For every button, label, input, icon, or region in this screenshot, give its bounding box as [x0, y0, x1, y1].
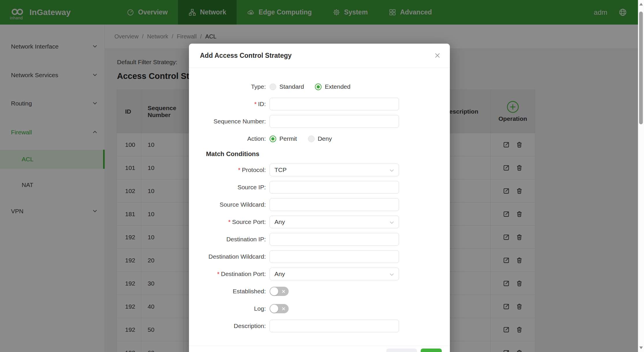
type-label: Type: — [189, 83, 266, 90]
id-row: * ID: — [189, 98, 450, 110]
description-label: Description: — [189, 323, 266, 329]
cancel-button[interactable]: Cancel — [386, 349, 417, 352]
chevron-down-icon — [389, 169, 394, 172]
type-row: Type: Standard Extended — [189, 80, 450, 93]
source-ip-input[interactable] — [270, 181, 399, 194]
action-permit-radio[interactable]: Permit — [270, 135, 297, 142]
action-deny-radio[interactable]: Deny — [308, 135, 332, 142]
established-label: Established: — [189, 288, 266, 295]
source-port-select[interactable]: Any — [270, 216, 399, 228]
established-row: Established: — [189, 285, 450, 298]
required-marker: * — [217, 271, 220, 277]
destination-ip-row: Destination IP: — [189, 233, 450, 246]
destination-ip-input[interactable] — [270, 233, 399, 246]
source-ip-label: Source IP: — [189, 184, 266, 191]
modal-footer: Cancel OK — [189, 346, 450, 352]
scroll-up-arrow[interactable] — [639, 3, 643, 5]
radio-checked-icon — [270, 136, 276, 142]
destination-ip-label: Destination IP: — [189, 236, 266, 243]
modal-header: Add Access Control Strategy — [189, 44, 450, 68]
source-port-label: * Source Port: — [189, 218, 266, 225]
description-row: Description: — [189, 320, 450, 332]
source-wildcard-label: Source Wildcard: — [189, 201, 266, 208]
add-access-control-strategy-modal: Add Access Control Strategy Type: Standa… — [189, 44, 450, 352]
ok-button[interactable]: OK — [421, 349, 442, 352]
source-ip-row: Source IP: — [189, 181, 450, 194]
close-icon[interactable] — [434, 52, 441, 59]
sequence-number-row: Sequence Number: — [189, 115, 450, 128]
action-label: Action: — [189, 135, 266, 142]
sequence-number-label: Sequence Number: — [189, 118, 266, 125]
toggle-knob — [270, 305, 278, 313]
log-toggle[interactable] — [270, 304, 289, 313]
scrollbar-thumb[interactable] — [639, 12, 643, 124]
id-label: * ID: — [189, 101, 266, 108]
destination-port-label: * Destination Port: — [189, 271, 266, 277]
chevron-down-icon — [389, 221, 394, 224]
required-marker: * — [228, 218, 231, 225]
protocol-row: * Protocol: TCP — [189, 164, 450, 176]
destination-port-select[interactable]: Any — [270, 268, 399, 280]
destination-wildcard-label: Destination Wildcard: — [189, 253, 266, 260]
id-input[interactable] — [270, 98, 399, 110]
type-standard-radio[interactable]: Standard — [270, 83, 304, 90]
modal-body: Type: Standard Extended * ID: — [189, 68, 450, 332]
browser-scrollbar — [638, 0, 644, 352]
app-window: inhand InGateway Overview — [0, 0, 644, 352]
toggle-knob — [270, 287, 278, 295]
sequence-number-input[interactable] — [270, 115, 399, 128]
destination-wildcard-input[interactable] — [270, 250, 399, 263]
radio-checked-icon — [315, 84, 322, 90]
required-marker: * — [254, 101, 257, 108]
required-marker: * — [238, 166, 240, 173]
match-conditions-heading: Match Conditions — [189, 150, 450, 158]
radio-icon — [270, 84, 276, 90]
type-extended-radio[interactable]: Extended — [315, 83, 350, 90]
protocol-label: * Protocol: — [189, 166, 266, 173]
log-row: Log: — [189, 302, 450, 315]
toggle-off-x-icon — [282, 290, 285, 293]
source-port-row: * Source Port: Any — [189, 216, 450, 228]
chevron-down-icon — [389, 273, 394, 276]
toggle-off-x-icon — [282, 307, 285, 311]
destination-wildcard-row: Destination Wildcard: — [189, 250, 450, 263]
destination-port-row: * Destination Port: Any — [189, 268, 450, 280]
source-wildcard-input[interactable] — [270, 198, 399, 211]
radio-icon — [308, 136, 315, 142]
action-row: Action: Permit Deny — [189, 132, 450, 145]
modal-title: Add Access Control Strategy — [200, 52, 292, 60]
protocol-select[interactable]: TCP — [270, 164, 399, 176]
log-label: Log: — [189, 305, 266, 312]
scroll-down-arrow[interactable] — [639, 347, 643, 349]
established-toggle[interactable] — [270, 287, 289, 296]
description-input[interactable] — [270, 320, 399, 332]
source-wildcard-row: Source Wildcard: — [189, 198, 450, 211]
